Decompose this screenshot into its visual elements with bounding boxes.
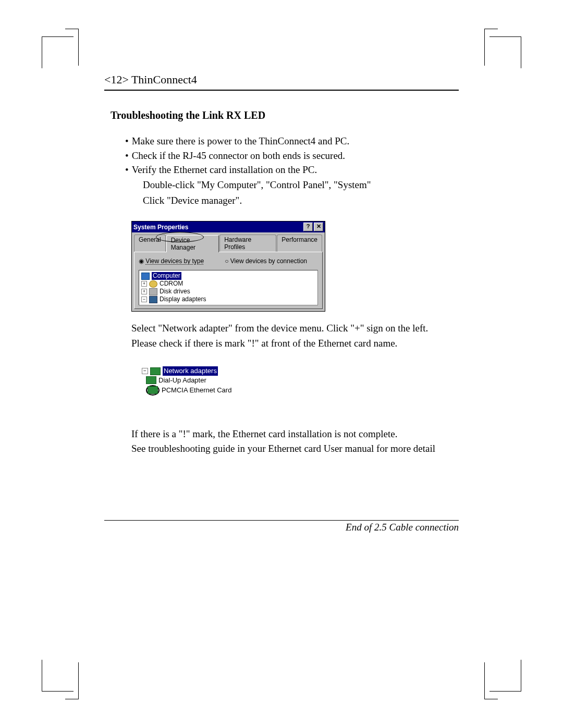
sub-line: Double-click "My Computer", "Control Pan… xyxy=(143,177,459,193)
expand-icon[interactable]: + xyxy=(141,289,147,294)
adapter-icon xyxy=(148,386,158,394)
tree-item-pcmcia[interactable]: PCMCIA Ethernet Card xyxy=(162,386,231,395)
body-line: See troubleshooting guide in your Ethern… xyxy=(131,441,459,456)
help-button[interactable]: ? xyxy=(303,223,313,231)
tree-item-dialup[interactable]: Dial-Up Adapter xyxy=(158,376,206,385)
network-adapters-tree: − Network adapters Dial-Up Adapter PCMCI… xyxy=(142,366,246,395)
radio-view-by-type[interactable]: View devices by type xyxy=(139,257,204,265)
titlebar: System Properties ? ✕ xyxy=(132,221,325,232)
running-head: <12> ThinConnect4 xyxy=(104,73,459,91)
network-adapter-icon xyxy=(150,367,161,375)
radio-view-by-connection[interactable]: View devices by connection xyxy=(225,257,307,265)
tree-item-display[interactable]: Display adapters xyxy=(160,295,206,303)
sub-line: Click "Device manager". xyxy=(143,193,459,208)
crop-mark xyxy=(65,29,79,66)
annotation-circle xyxy=(146,385,160,396)
tab-row: General Device Manager Hardware Profiles… xyxy=(132,232,325,252)
tree-item-disk[interactable]: Disk drives xyxy=(160,288,190,295)
body-line: Select "Network adapter" from the device… xyxy=(131,321,459,336)
bullet-item: Check if the RJ-45 connector on both end… xyxy=(125,149,459,163)
computer-icon xyxy=(141,273,150,280)
cdrom-icon xyxy=(149,280,157,288)
bullet-item: Make sure there is power to the ThinConn… xyxy=(125,134,459,149)
system-properties-window: System Properties ? ✕ General Device Man… xyxy=(131,221,325,312)
body-line: Please check if there is mark "!" at fro… xyxy=(131,336,459,351)
display-icon xyxy=(149,296,157,303)
tree-item-computer[interactable]: Computer xyxy=(152,272,181,280)
section-title: Troubleshooting the Link RX LED xyxy=(111,109,459,121)
tab-general[interactable]: General xyxy=(134,235,166,252)
close-button[interactable]: ✕ xyxy=(314,223,323,231)
collapse-icon[interactable]: − xyxy=(142,368,148,374)
crop-mark xyxy=(484,662,498,699)
tree-item-network-adapters[interactable]: Network adapters xyxy=(163,366,218,376)
bullet-list: Make sure there is power to the ThinConn… xyxy=(125,134,459,208)
crop-mark xyxy=(65,662,79,699)
tab-panel: View devices by type View devices by con… xyxy=(134,252,323,309)
tab-device-manager[interactable]: Device Manager xyxy=(166,235,219,252)
disk-icon xyxy=(149,288,157,295)
window-title: System Properties xyxy=(133,224,302,231)
page-body: <12> ThinConnect4 Troubleshooting the Li… xyxy=(104,73,459,456)
tree-item-cdrom[interactable]: CDROM xyxy=(160,280,183,288)
body-text: Select "Network adapter" from the device… xyxy=(131,321,459,351)
crop-mark xyxy=(484,29,498,66)
device-tree[interactable]: Computer +CDROM +Disk drives −Display ad… xyxy=(139,270,318,305)
bullet-item: Verify the Ethernet card installation on… xyxy=(125,163,459,177)
body-line: If there is a "!" mark, the Ethernet car… xyxy=(131,427,459,442)
expand-icon[interactable]: + xyxy=(141,281,147,287)
body-text: If there is a "!" mark, the Ethernet car… xyxy=(131,427,459,456)
collapse-icon[interactable]: − xyxy=(141,297,147,302)
tab-performance[interactable]: Performance xyxy=(277,235,322,252)
adapter-icon xyxy=(146,376,156,384)
tab-hardware-profiles[interactable]: Hardware Profiles xyxy=(219,235,276,252)
section-end-rule: End of 2.5 Cable connection xyxy=(104,520,459,533)
